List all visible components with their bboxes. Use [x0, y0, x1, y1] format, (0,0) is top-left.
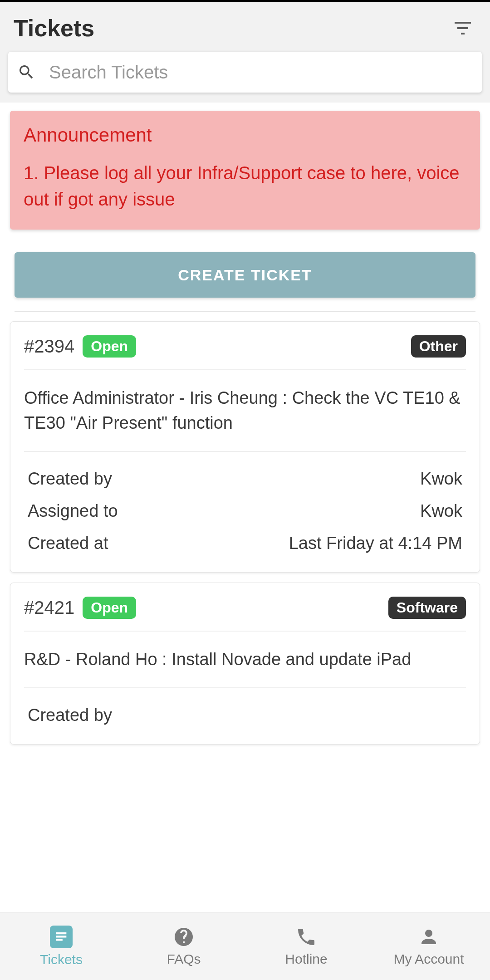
ticket-id: #2394: [24, 336, 74, 357]
ticket-card[interactable]: #2421 Open Software R&D - Roland Ho : In…: [10, 583, 480, 745]
nav-faqs[interactable]: FAQs: [122, 912, 245, 980]
filter-button[interactable]: [449, 15, 476, 42]
created-by-label: Created by: [28, 469, 112, 489]
created-at-label: Created at: [28, 534, 108, 553]
ticket-description: R&D - Roland Ho : Install Novade and upd…: [24, 632, 466, 688]
help-icon: [173, 926, 195, 948]
phone-icon: [295, 926, 317, 948]
nav-tickets[interactable]: Tickets: [0, 912, 122, 980]
divider: [15, 311, 475, 312]
assigned-to-label: Assigned to: [28, 501, 118, 521]
created-by-label: Created by: [28, 706, 112, 725]
page-header: Tickets: [0, 2, 490, 52]
category-badge: Software: [388, 597, 466, 619]
search-input[interactable]: [49, 62, 473, 83]
ticket-created-by-row: Created by Kwok: [24, 463, 466, 495]
status-badge: Open: [83, 335, 136, 358]
status-badge: Open: [83, 597, 136, 619]
search-box[interactable]: [8, 52, 482, 93]
filter-icon: [452, 17, 474, 39]
announcement-body: 1. Please log all your Infra/Support cas…: [24, 160, 466, 212]
assigned-to-value: Kwok: [420, 501, 462, 521]
created-at-value: Last Friday at 4:14 PM: [289, 534, 462, 553]
nav-my-account[interactable]: My Account: [368, 912, 490, 980]
ticket-created-by-row: Created by: [24, 699, 466, 731]
ticket-assigned-to-row: Assigned to Kwok: [24, 495, 466, 527]
category-badge: Other: [411, 335, 466, 358]
page-title: Tickets: [14, 15, 94, 42]
nav-label: Hotline: [285, 951, 327, 967]
tickets-icon: [54, 929, 69, 945]
nav-label: FAQs: [167, 951, 201, 967]
ticket-id: #2421: [24, 598, 74, 618]
person-icon: [418, 926, 440, 948]
created-by-value: Kwok: [420, 469, 462, 489]
announcement-banner: Announcement 1. Please log all your Infr…: [10, 111, 480, 230]
nav-label: My Account: [393, 951, 464, 967]
bottom-nav: Tickets FAQs Hotline My Account: [0, 912, 490, 980]
ticket-card[interactable]: #2394 Open Other Office Administrator - …: [10, 321, 480, 573]
create-ticket-button[interactable]: CREATE TICKET: [15, 252, 475, 298]
ticket-description: Office Administrator - Iris Cheung : Che…: [24, 370, 466, 452]
announcement-title: Announcement: [24, 124, 466, 146]
ticket-created-at-row: Created at Last Friday at 4:14 PM: [24, 527, 466, 559]
search-icon: [17, 63, 35, 81]
nav-hotline[interactable]: Hotline: [245, 912, 368, 980]
nav-label: Tickets: [40, 952, 83, 967]
